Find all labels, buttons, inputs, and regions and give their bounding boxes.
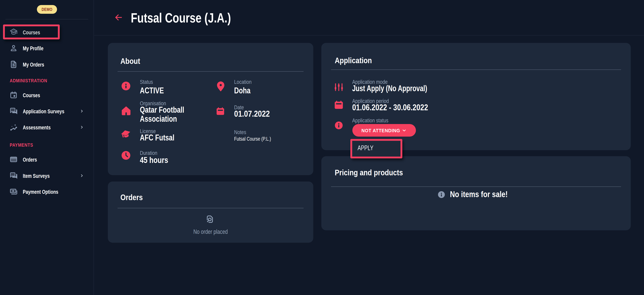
svg-text:$: $ bbox=[12, 63, 15, 67]
